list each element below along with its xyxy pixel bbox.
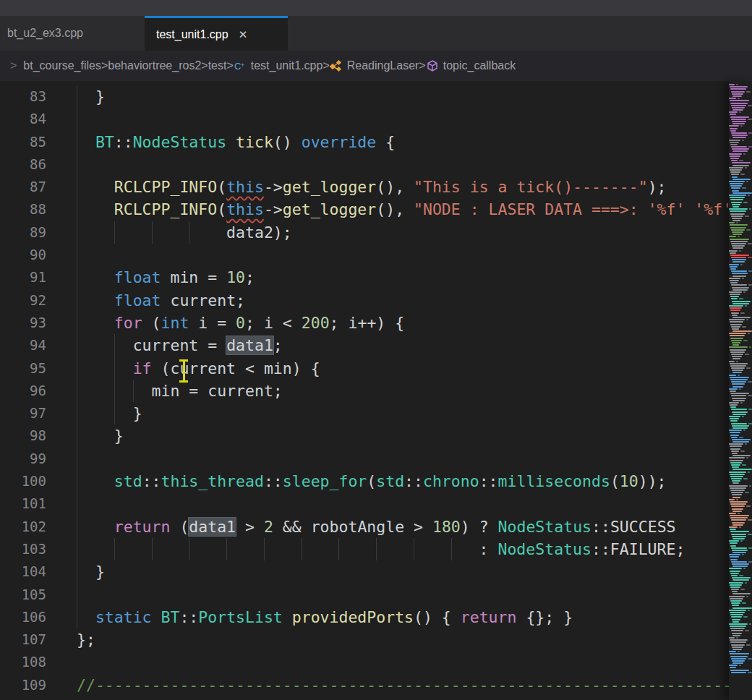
chevron-right-icon: > [226, 59, 233, 72]
line-number: 94 [0, 334, 46, 357]
code-line-109[interactable]: 109//-----------------------------------… [0, 674, 752, 696]
svg-text:+: + [241, 61, 244, 69]
line-number: 91 [0, 266, 46, 289]
line-number: 89 [0, 221, 46, 244]
code-line-96[interactable]: 96 min = current; [0, 380, 752, 402]
line-number: 100 [0, 470, 46, 492]
line-number: 108 [0, 651, 46, 673]
breadcrumb-item-behaviortree-ros2[interactable]: behaviortree_ros2 [108, 59, 201, 72]
code-line-108[interactable]: 108 [0, 651, 752, 673]
line-number: 83 [0, 85, 46, 108]
code-line-93[interactable]: 93 for (int i = 0; i < 200; i++) { [0, 312, 752, 334]
code-line-105[interactable]: 105 [0, 584, 752, 606]
svg-text:C: C [234, 61, 241, 72]
line-number: 93 [0, 312, 46, 334]
code-line-97[interactable]: 97 } [0, 402, 752, 424]
chevron-right-icon: > [201, 59, 208, 72]
code-line-84[interactable]: 84 [0, 108, 752, 130]
minimap[interactable] [729, 81, 752, 700]
code-line-90[interactable]: 90 [0, 244, 752, 266]
line-number: 105 [0, 584, 46, 606]
line-number: 84 [0, 108, 46, 130]
breadcrumb-item-test-unit1-cpp[interactable]: C+ test_unit1.cpp [234, 59, 323, 72]
breadcrumb-item-test[interactable]: test [208, 59, 227, 72]
breadcrumb: > bt_course_files > behaviortree_ros2 > … [0, 51, 752, 81]
code-line-83[interactable]: 83 } [0, 85, 752, 108]
line-number: 107 [0, 628, 46, 651]
editor-tab-bar: bt_u2_ex3.cpp test_unit1.cpp ✕ [0, 16, 752, 51]
line-number: 101 [0, 492, 46, 515]
code-line-107[interactable]: 107}; [0, 628, 752, 651]
line-number: 85 [0, 131, 46, 153]
symbol-field-icon [426, 59, 439, 72]
tab-test-unit1[interactable]: test_unit1.cpp ✕ [145, 16, 288, 51]
tab-bt-u2-ex3[interactable]: bt_u2_ex3.cpp [0, 16, 145, 51]
code-line-89[interactable]: 89 data2); [0, 221, 752, 244]
code-line-99[interactable]: 99 [0, 448, 752, 470]
breadcrumb-item-readinglaser[interactable]: ReadingLaser [330, 59, 419, 72]
code-line-91[interactable]: 91 float min = 10; [0, 266, 752, 289]
code-line-86[interactable]: 86 [0, 153, 752, 176]
code-line-104[interactable]: 104 } [0, 560, 752, 583]
text-cursor-icon [178, 359, 189, 383]
breadcrumb-item-bt-course-files[interactable]: bt_course_files [23, 59, 101, 72]
code-line-92[interactable]: 92 float current; [0, 289, 752, 312]
cpp-file-icon: C+ [234, 59, 247, 72]
code-editor[interactable]: 83 }8485 BT::NodeStatus tick() override … [0, 81, 752, 700]
code-line-102[interactable]: 102 return (data1 > 2 && robotAngle > 18… [0, 516, 752, 538]
code-line-103[interactable]: 103 : NodeStatus::FAILURE; [0, 538, 752, 560]
code-line-95[interactable]: 95 if (current < min) { [0, 357, 752, 380]
line-number: 86 [0, 153, 46, 176]
close-icon[interactable]: ✕ [239, 29, 248, 40]
chevron-right-icon: > [101, 59, 108, 72]
line-number: 87 [0, 176, 46, 198]
line-number: 99 [0, 448, 46, 470]
symbol-class-icon [330, 59, 343, 72]
line-number: 104 [0, 560, 46, 583]
code-line-88[interactable]: 88 RCLCPP_INFO(this->get_logger(), "NODE… [0, 198, 752, 221]
chevron-right-icon: > [10, 59, 17, 72]
chevron-right-icon: > [322, 59, 329, 72]
code-line-87[interactable]: 87 RCLCPP_INFO(this->get_logger(), "This… [0, 176, 752, 198]
line-number: 98 [0, 424, 46, 447]
tab-label: bt_u2_ex3.cpp [7, 27, 83, 40]
line-number: 92 [0, 289, 46, 312]
line-number: 88 [0, 198, 46, 221]
line-number: 95 [0, 357, 46, 380]
line-number: 109 [0, 674, 46, 696]
chevron-right-icon: > [419, 59, 425, 72]
breadcrumb-item-topic-callback[interactable]: topic_callback [426, 59, 516, 72]
window-titlebar [0, 0, 752, 16]
code-line-98[interactable]: 98 } [0, 424, 752, 447]
code-line-106[interactable]: 106 static BT::PortsList providedPorts()… [0, 606, 752, 628]
code-line-100[interactable]: 100 std::this_thread::sleep_for(std::chr… [0, 470, 752, 492]
line-number: 106 [0, 606, 46, 628]
tab-label: test_unit1.cpp [156, 28, 228, 41]
code-line-101[interactable]: 101 [0, 492, 752, 515]
code-line-85[interactable]: 85 BT::NodeStatus tick() override { [0, 131, 752, 153]
line-number: 96 [0, 380, 46, 402]
line-number: 103 [0, 538, 46, 560]
line-number: 102 [0, 516, 46, 538]
line-number: 90 [0, 244, 46, 266]
code-line-94[interactable]: 94 current = data1; [0, 334, 752, 357]
line-number: 97 [0, 402, 46, 424]
